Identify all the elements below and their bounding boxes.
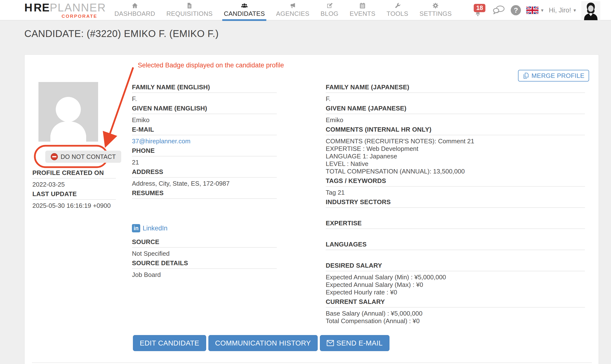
field-value: Address, City, State, ES, 172-0987 — [132, 178, 277, 187]
field-source: SOURCE Not Specified — [132, 238, 277, 258]
nav-label: CANDIDATES — [224, 10, 265, 17]
nav-item-events[interactable]: EVENTS — [349, 0, 376, 20]
field-source-details: SOURCE DETAILS Job Board — [132, 259, 277, 279]
field-value: COMMENTS (RECRUITER'S NOTES): Comment 21… — [326, 135, 585, 175]
navbar-right-cluster: 18 ? ▾ Hi, Jiro! ▾ — [474, 0, 600, 20]
home-icon — [131, 2, 139, 9]
field-value: 2022-03-25 — [32, 179, 116, 188]
field-label: TAGS / KEYWORDS — [326, 177, 585, 187]
page-title: CANDIDATE: (#3220) EMIKO F. (EMIKO F.) — [24, 28, 219, 39]
field-value: 2025-05-30 16:16:19 +0900 — [32, 200, 116, 209]
main-nav: DASHBOARD REQUISITIONS CANDIDATES AGEN — [114, 0, 452, 20]
field-value — [132, 199, 277, 222]
nav-item-settings[interactable]: SETTINGS — [419, 0, 452, 20]
chat-icon[interactable] — [493, 5, 505, 15]
field-family-name-jp: FAMILY NAME (JAPANESE) F. — [326, 83, 585, 103]
chevron-down-icon: ▾ — [541, 7, 543, 13]
person-silhouette-icon — [39, 82, 98, 142]
logo-corporate-label: CORPORATE — [24, 14, 97, 19]
field-value: 21 — [132, 156, 277, 166]
salary-line: Expected Annual Salary (Min) : ¥5,000,00… — [326, 273, 585, 281]
field-current-salary: CURRENT SALARY Base Salary (Annual) : ¥5… — [326, 298, 585, 325]
logo-text-re: RE — [34, 2, 50, 13]
field-given-name-en: GIVEN NAME (ENGLISH) Emiko — [132, 105, 277, 124]
top-navbar: H RE PLANNER CORPORATE DASHBOARD REQUISI… — [0, 0, 611, 20]
field-value: Emiko — [132, 114, 277, 124]
candidate-profile-card: Selected Badge displayed on the candidat… — [24, 54, 599, 364]
salary-line: Total Compensation (Annual) : ¥0 — [326, 317, 585, 325]
nav-item-tools[interactable]: TOOLS — [386, 0, 409, 20]
people-icon — [240, 2, 248, 9]
nav-item-agencies[interactable]: AGENCIES — [276, 0, 310, 20]
envelope-icon — [327, 340, 334, 346]
nav-label: EVENTS — [350, 10, 375, 17]
candidate-photo-placeholder — [39, 82, 98, 142]
field-label: LAST UPDATE — [32, 190, 116, 200]
field-label: RESUMES — [132, 189, 277, 199]
action-buttons: EDIT CANDIDATE COMMUNICATION HISTORY SEN… — [133, 335, 389, 351]
field-label: INDUSTRY SECTORS — [326, 198, 585, 208]
megaphone-icon — [289, 2, 296, 9]
user-avatar[interactable] — [581, 1, 600, 20]
right-column: FAMILY NAME (JAPANESE) F. GIVEN NAME (JA… — [326, 83, 585, 327]
edit-icon — [326, 2, 333, 9]
field-label: PHONE — [132, 147, 277, 156]
greeting-text: Hi, Jiro! — [549, 7, 571, 14]
field-value — [326, 208, 585, 218]
user-menu[interactable]: Hi, Jiro! ▾ — [549, 7, 576, 14]
communication-history-button[interactable]: COMMUNICATION HISTORY — [208, 335, 318, 351]
field-family-name-en: FAMILY NAME (ENGLISH) F. — [132, 83, 277, 103]
linkedin-icon[interactable]: in — [132, 224, 140, 232]
field-label: CURRENT SALARY — [326, 298, 585, 308]
comment-line: LEVEL : Native — [326, 160, 585, 168]
nav-item-requisitions[interactable]: REQUISITIONS — [166, 0, 213, 20]
hireplanner-logo[interactable]: H RE PLANNER CORPORATE — [24, 2, 97, 19]
send-email-button[interactable]: SEND E-MAIL — [320, 335, 389, 351]
logo-text-h: H — [24, 2, 33, 13]
field-value: Job Board — [132, 269, 277, 279]
logo-wordmark: H RE PLANNER — [24, 2, 97, 13]
merge-profile-button[interactable]: MERGE PROFILE — [518, 70, 589, 81]
language-selector[interactable]: ▾ — [526, 7, 543, 14]
notifications-button[interactable]: 18 — [474, 3, 487, 17]
middle-column: FAMILY NAME (ENGLISH) F. GIVEN NAME (ENG… — [132, 83, 277, 281]
nav-label: SETTINGS — [419, 10, 452, 17]
field-languages: LANGUAGES — [326, 241, 585, 260]
field-value: Expected Annual Salary (Min) : ¥5,000,00… — [326, 271, 585, 296]
help-icon[interactable]: ? — [511, 5, 521, 15]
field-label: DESIRED SALARY — [326, 262, 585, 271]
field-label: ADDRESS — [132, 168, 277, 178]
comment-line: TOTAL COMPENSATION (ANNUAL): 13,500,000 — [326, 168, 585, 175]
gear-icon — [432, 2, 439, 9]
do-not-contact-badge: DO NOT CONTACT — [45, 151, 121, 163]
field-label: COMMENTS (INTERNAL HR ONLY) — [326, 126, 585, 135]
linkedin-link[interactable]: LinkedIn — [143, 225, 168, 232]
nav-item-blog[interactable]: BLOG — [320, 0, 339, 20]
field-address: ADDRESS Address, City, State, ES, 172-09… — [132, 168, 277, 187]
field-value: Tag 21 — [326, 187, 585, 196]
field-value: F. — [132, 93, 277, 103]
nav-item-candidates[interactable]: CANDIDATES — [223, 0, 265, 20]
field-value: Emiko — [326, 114, 585, 124]
nav-item-dashboard[interactable]: DASHBOARD — [114, 0, 156, 20]
communication-history-label: COMMUNICATION HISTORY — [215, 339, 311, 347]
do-not-contact-label: DO NOT CONTACT — [61, 153, 116, 160]
field-phone: PHONE 21 — [132, 147, 277, 166]
field-desired-salary: DESIRED SALARY Expected Annual Salary (M… — [326, 262, 585, 296]
nav-label: DASHBOARD — [114, 10, 155, 17]
field-last-update: LAST UPDATE 2025-05-30 16:16:19 +0900 — [32, 190, 116, 209]
edit-candidate-label: EDIT CANDIDATE — [140, 339, 199, 347]
email-link[interactable]: 37@hireplanner.com — [132, 137, 190, 145]
field-resumes: RESUMES — [132, 189, 277, 222]
field-value: F. — [326, 93, 585, 103]
nav-label: TOOLS — [386, 10, 408, 17]
field-label: LANGUAGES — [326, 241, 585, 250]
nav-label: AGENCIES — [276, 10, 309, 17]
salary-line: Base Salary (Annual) : ¥5,000,000 — [326, 310, 585, 317]
comment-line: EXPERTISE : Web Development — [326, 145, 585, 153]
chevron-down-icon: ▾ — [573, 7, 576, 13]
document-icon — [186, 2, 193, 9]
edit-candidate-button[interactable]: EDIT CANDIDATE — [133, 335, 206, 351]
field-label: FAMILY NAME (JAPANESE) — [326, 83, 585, 93]
field-label: FAMILY NAME (ENGLISH) — [132, 83, 277, 93]
